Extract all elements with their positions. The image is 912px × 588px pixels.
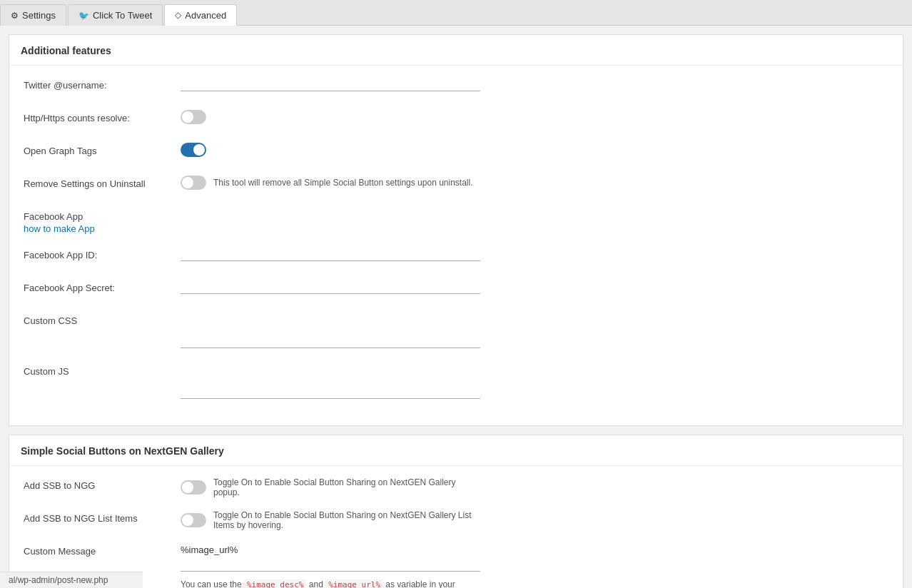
fb-app-id-row: Facebook App ID:	[24, 247, 888, 267]
custom-css-row: Custom CSS	[24, 313, 888, 350]
custom-message-label: Custom Message	[24, 543, 181, 557]
add-ssb-ngg-desc: Toggle On to Enable Social Button Sharin…	[213, 477, 480, 497]
hint-code1: %image_desc%	[244, 579, 306, 588]
http-counts-label: Http/Https counts resolve:	[24, 110, 181, 123]
http-counts-slider	[181, 110, 206, 124]
fb-app-secret-label: Facebook App Secret:	[24, 280, 181, 293]
custom-js-label: Custom JS	[24, 363, 181, 377]
advanced-icon: ◇	[175, 10, 181, 20]
custom-css-label: Custom CSS	[24, 313, 181, 326]
add-ssb-ngg-row: Add SSB to NGG Toggle On to Enable Socia…	[24, 477, 888, 497]
custom-css-control	[181, 313, 480, 350]
http-counts-row: Http/Https counts resolve:	[24, 110, 888, 130]
twitter-username-input[interactable]	[181, 77, 480, 91]
open-graph-label: Open Graph Tags	[24, 143, 181, 156]
fb-app-link[interactable]: how to make App	[24, 223, 95, 234]
http-counts-toggle[interactable]	[181, 110, 206, 124]
hint-code2: %image_url%	[325, 579, 383, 588]
open-graph-row: Open Graph Tags	[24, 143, 888, 163]
open-graph-control	[181, 143, 480, 157]
custom-css-textarea[interactable]	[181, 313, 480, 348]
nextgen-gallery-section: Simple Social Buttons on NextGEN Gallery…	[9, 435, 903, 588]
custom-message-hint: You can use the %image_desc% and %image_…	[181, 578, 480, 588]
settings-icon: ⚙	[11, 11, 19, 21]
hint-before: You can use the	[181, 579, 244, 588]
custom-message-control: You can use the %image_desc% and %image_…	[181, 543, 480, 588]
status-url: al/wp-admin/post-new.php	[9, 575, 108, 585]
tab-settings[interactable]: ⚙ Settings	[0, 4, 66, 26]
tweet-icon: 🐦	[78, 11, 89, 21]
tab-click-to-tweet[interactable]: 🐦 Click To Tweet	[68, 4, 163, 26]
add-ssb-ngg-label: Add SSB to NGG	[24, 477, 181, 491]
additional-features-section: Additional features Twitter @username: H…	[9, 34, 903, 426]
fb-app-secret-control	[181, 280, 480, 294]
fb-app-label-col: Facebook App how to make App	[24, 208, 181, 234]
status-bar: al/wp-admin/post-new.php	[0, 572, 143, 588]
open-graph-slider	[181, 143, 206, 157]
tab-settings-label: Settings	[22, 10, 56, 21]
nextgen-gallery-title: Simple Social Buttons on NextGEN Gallery	[9, 435, 903, 466]
remove-settings-row: Remove Settings on Uninstall This tool w…	[24, 176, 888, 196]
tab-advanced-label: Advanced	[185, 10, 226, 21]
add-ssb-ngg-control: Toggle On to Enable Social Button Sharin…	[181, 477, 480, 497]
add-ssb-ngg-list-control: Toggle On to Enable Social Button Sharin…	[181, 510, 480, 530]
fb-app-secret-row: Facebook App Secret:	[24, 280, 888, 300]
remove-settings-control: This tool will remove all Simple Social …	[181, 176, 480, 190]
add-ssb-ngg-list-row: Add SSB to NGG List Items Toggle On to E…	[24, 510, 888, 530]
custom-js-row: Custom JS	[24, 363, 888, 401]
http-counts-control	[181, 110, 480, 124]
hint-mid: and	[306, 579, 325, 588]
remove-settings-toggle[interactable]	[181, 176, 206, 190]
custom-message-row: Custom Message You can use the %image_de…	[24, 543, 888, 588]
custom-js-control	[181, 363, 480, 401]
tab-click-to-tweet-label: Click To Tweet	[93, 10, 152, 21]
fb-app-id-label: Facebook App ID:	[24, 247, 181, 260]
nextgen-gallery-body: Add SSB to NGG Toggle On to Enable Socia…	[9, 466, 903, 588]
open-graph-toggle[interactable]	[181, 143, 206, 157]
remove-settings-desc: This tool will remove all Simple Social …	[213, 178, 473, 188]
fb-app-id-input[interactable]	[181, 247, 480, 261]
remove-settings-slider	[181, 176, 206, 190]
custom-js-textarea[interactable]	[181, 363, 480, 399]
remove-settings-label: Remove Settings on Uninstall	[24, 176, 181, 189]
fb-app-id-control	[181, 247, 480, 261]
add-ssb-ngg-list-slider	[181, 513, 206, 527]
twitter-username-control	[181, 77, 480, 91]
additional-features-title: Additional features	[9, 35, 903, 66]
add-ssb-ngg-list-label: Add SSB to NGG List Items	[24, 510, 181, 524]
tab-bar: ⚙ Settings 🐦 Click To Tweet ◇ Advanced	[0, 0, 912, 26]
additional-features-body: Twitter @username: Http/Https counts res…	[9, 66, 903, 425]
add-ssb-ngg-slider	[181, 480, 206, 495]
custom-message-textarea[interactable]	[181, 543, 480, 572]
add-ssb-ngg-list-desc: Toggle On to Enable Social Button Sharin…	[213, 510, 480, 530]
page-content: Additional features Twitter @username: H…	[0, 26, 912, 588]
tab-advanced[interactable]: ◇ Advanced	[164, 4, 237, 26]
add-ssb-ngg-toggle[interactable]	[181, 480, 206, 495]
fb-app-label: Facebook App	[24, 211, 181, 222]
twitter-username-label: Twitter @username:	[24, 77, 181, 91]
fb-app-secret-input[interactable]	[181, 280, 480, 294]
add-ssb-ngg-list-toggle[interactable]	[181, 513, 206, 527]
twitter-username-row: Twitter @username:	[24, 77, 888, 97]
fb-app-row: Facebook App how to make App	[24, 208, 888, 234]
